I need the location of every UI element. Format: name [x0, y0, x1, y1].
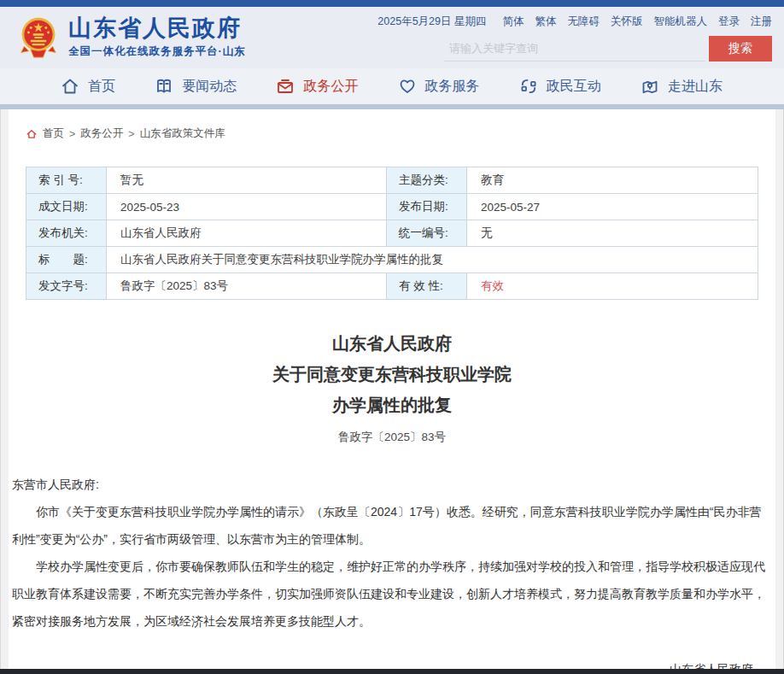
meta-value-doc-number: 鲁政字〔2025〕83号	[107, 273, 387, 300]
meta-value-title: 山东省人民政府关于同意变更东营科技职业学院办学属性的批复	[107, 247, 758, 273]
nav-label: 政务服务	[425, 78, 480, 96]
meta-row-index: 索 引 号: 暂无 主题分类: 教育	[26, 167, 758, 194]
link-smart-robot[interactable]: 智能机器人	[654, 15, 708, 29]
current-date: 2025年5月29日 星期四	[377, 15, 486, 29]
nav-item-public-interaction[interactable]: 政民互动	[518, 76, 601, 97]
meta-value-issuing-agency: 山东省人民政府	[107, 220, 387, 247]
site-logo-brand[interactable]: 山东省人民政府 全国一体化在线政务服务平台·山东	[19, 16, 246, 60]
link-login[interactable]: 登录	[718, 15, 740, 29]
nav-item-gov-disclosure[interactable]: 政务公开	[275, 76, 358, 97]
document-title: 山东省人民政府 关于同意变更东营科技职业学院 办学属性的批复	[12, 328, 772, 420]
nav-label: 政民互动	[547, 78, 601, 96]
breadcrumb-separator: >	[69, 128, 75, 140]
brand-text: 山东省人民政府 全国一体化在线政务服务平台·山东	[68, 16, 246, 60]
document-title-line2: 关于同意变更东营科技职业学院	[12, 359, 772, 390]
document-article: 山东省人民政府 关于同意变更东营科技职业学院 办学属性的批复 鲁政字〔2025〕…	[9, 328, 775, 669]
link-accessibility[interactable]: 无障碍	[568, 15, 600, 29]
footer-dark-bar	[0, 669, 784, 674]
meta-value-written-date: 2025-05-23	[107, 194, 387, 220]
nav-item-explore-shandong[interactable]: 走进山东	[640, 76, 723, 97]
page: 山东省人民政府 全国一体化在线政务服务平台·山东 2025年5月29日 星期四 …	[0, 0, 784, 674]
meta-row-title: 标 题: 山东省人民政府关于同意变更东营科技职业学院办学属性的批复	[26, 247, 758, 273]
document-salutation: 东营市人民政府:	[12, 471, 772, 498]
meta-row-issuer: 发布机关: 山东省人民政府 统一编号: 无	[26, 220, 758, 247]
nav-label: 政务公开	[303, 78, 358, 96]
map-pin-icon	[640, 76, 660, 97]
breadcrumb-item-policy-library[interactable]: 山东省政策文件库	[140, 126, 225, 141]
meta-value-topic-category: 教育	[467, 167, 758, 194]
meta-row-doc-number: 发文字号: 鲁政字〔2025〕83号 有 效 性: 有效	[26, 273, 758, 300]
news-book-icon	[154, 76, 174, 97]
content-card: 首页 > 政务公开 > 山东省政策文件库 索 引 号: 暂无 主题分类: 教育 …	[9, 109, 775, 669]
breadcrumb: 首页 > 政务公开 > 山东省政策文件库	[9, 109, 775, 141]
nav-label: 要闻动态	[182, 78, 237, 96]
meta-label-unified-number: 统一编号:	[387, 220, 467, 247]
meta-label-doc-number: 发文字号:	[26, 273, 107, 300]
breadcrumb-separator: >	[128, 128, 134, 140]
nav-item-home[interactable]: 首页	[60, 76, 115, 97]
nav-item-gov-services[interactable]: 政务服务	[397, 76, 480, 97]
meta-label-issuing-agency: 发布机关:	[26, 220, 107, 247]
document-title-line1: 山东省人民政府	[12, 328, 772, 359]
meta-value-index-number: 暂无	[107, 167, 387, 194]
meta-value-unified-number: 无	[467, 220, 758, 247]
document-meta-table: 索 引 号: 暂无 主题分类: 教育 成文日期: 2025-05-23 发布日期…	[26, 167, 758, 300]
meta-label-topic-category: 主题分类:	[387, 167, 467, 194]
document-paragraph-1: 你市《关于变更东营科技职业学院办学属性的请示》（东政呈〔2024〕17号）收悉。…	[12, 498, 772, 553]
link-care-version[interactable]: 关怀版	[611, 15, 643, 29]
national-emblem-icon	[19, 16, 58, 59]
document-paragraph-2: 学校办学属性变更后，你市要确保教师队伍和学生的稳定，维护好正常的办学秩序，持续加…	[12, 553, 772, 635]
meta-value-publish-date: 2025-05-27	[467, 194, 758, 220]
interaction-icon	[518, 76, 539, 97]
site-title: 山东省人民政府	[68, 16, 246, 42]
link-register[interactable]: 注册	[751, 15, 772, 29]
document-signer: 山东省人民政府	[12, 655, 753, 669]
document-title-line3: 办学属性的批复	[12, 390, 772, 420]
open-mail-icon	[275, 76, 295, 97]
meta-label-index-number: 索 引 号:	[26, 167, 107, 194]
meta-value-validity: 有效	[467, 273, 758, 300]
link-traditional-chinese[interactable]: 繁体	[535, 15, 557, 29]
meta-label-publish-date: 发布日期:	[387, 194, 467, 220]
meta-label-written-date: 成文日期:	[26, 194, 107, 220]
utility-links-row: 2025年5月29日 星期四 简体 繁体 无障碍 关怀版 智能机器人 登录 注册	[377, 15, 772, 29]
link-simplified-chinese[interactable]: 简体	[503, 15, 524, 29]
nav-label: 走进山东	[668, 78, 723, 96]
breadcrumb-item-home[interactable]: 首页	[43, 126, 64, 141]
meta-row-dates: 成文日期: 2025-05-23 发布日期: 2025-05-27	[26, 194, 758, 220]
document-body: 东营市人民政府: 你市《关于变更东营科技职业学院办学属性的请示》（东政呈〔202…	[12, 471, 772, 635]
breadcrumb-home-icon	[26, 128, 38, 140]
nav-label: 首页	[88, 78, 115, 96]
nav-item-news[interactable]: 要闻动态	[154, 76, 237, 97]
meta-label-title: 标 题:	[26, 247, 107, 273]
search-input[interactable]	[444, 36, 705, 62]
main-navigation: 首页 要闻动态 政务公开 政务服务	[0, 68, 784, 104]
document-number: 鲁政字〔2025〕83号	[12, 430, 772, 445]
home-icon	[60, 76, 80, 97]
search-bar: 搜索	[444, 36, 772, 62]
document-signature: 山东省人民政府 2025年5月23日	[12, 655, 772, 669]
site-subtitle: 全国一体化在线政务服务平台·山东	[68, 44, 246, 59]
site-header: 山东省人民政府 全国一体化在线政务服务平台·山东 2025年5月29日 星期四 …	[0, 7, 784, 68]
heart-icon	[397, 76, 418, 97]
breadcrumb-item-disclosure[interactable]: 政务公开	[80, 126, 123, 141]
top-blue-bar	[0, 0, 784, 7]
meta-label-validity: 有 效 性:	[387, 273, 467, 300]
search-button[interactable]: 搜索	[709, 36, 772, 62]
header-right: 2025年5月29日 星期四 简体 繁体 无障碍 关怀版 智能机器人 登录 注册…	[377, 15, 772, 62]
